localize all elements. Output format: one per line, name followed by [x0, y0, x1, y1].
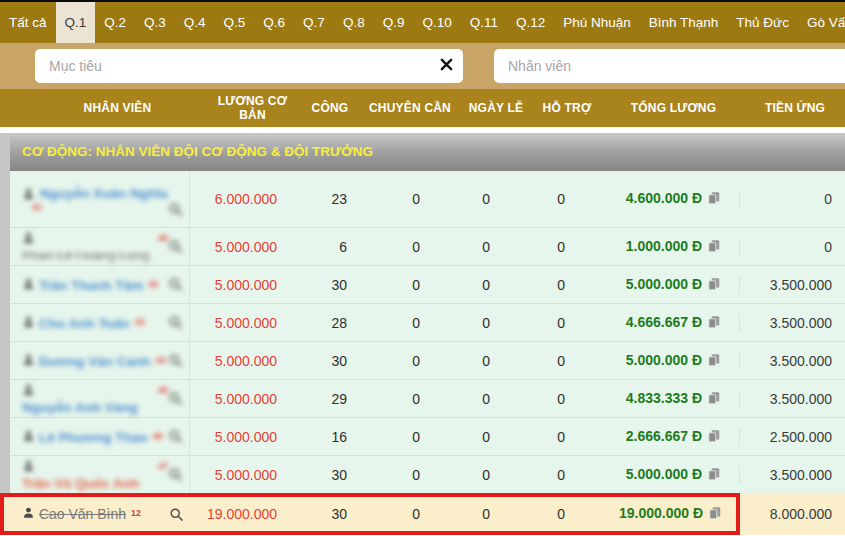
magnifier-icon[interactable] — [168, 353, 183, 368]
employee-cell[interactable]: Dương Văn Cảnh 44 — [10, 342, 190, 379]
employee-cell[interactable]: Trần Thanh Tâm 42 — [10, 266, 190, 303]
tab-7[interactable]: Q.7 — [294, 2, 334, 43]
tab-5[interactable]: Q.5 — [215, 2, 255, 43]
tab-8[interactable]: Q.8 — [334, 2, 374, 43]
employee-name[interactable]: Lê Phương Thảo — [39, 430, 148, 445]
tab-2[interactable]: Q.2 — [95, 2, 135, 43]
diligence-value: 0 — [352, 391, 427, 407]
magnifier-icon[interactable] — [168, 277, 183, 292]
person-icon — [22, 429, 35, 442]
table-row[interactable]: Trần Vũ Quốc Anh 47 5.000.000 30 0 0 0 5… — [10, 455, 845, 493]
table-header-row: NHÂN VIÊNLƯƠNG CƠ BẢNCÔNGCHUYÊN CẦNNGÀY … — [0, 89, 845, 127]
employee-badge: 45 — [158, 233, 168, 243]
work-days-value: 30 — [290, 506, 352, 522]
tab-label: Q.1 — [65, 15, 87, 30]
table-row[interactable]: Lê Phương Thảo 46 5.000.000 16 0 0 0 2.6… — [10, 417, 845, 455]
tab-4[interactable]: Q.4 — [175, 2, 215, 43]
employee-name[interactable]: Trần Vũ Quốc Anh — [22, 476, 139, 491]
employee-cell[interactable]: Nguyễn Anh Vàng 40 — [10, 380, 190, 417]
magnifier-icon[interactable] — [168, 239, 183, 254]
tab-9[interactable]: Q.9 — [374, 2, 414, 43]
tab-16[interactable]: Gò Vấp — [798, 2, 845, 43]
tab-3[interactable]: Q.3 — [135, 2, 175, 43]
tab-6[interactable]: Q.6 — [254, 2, 294, 43]
support-value: 0 — [500, 239, 570, 255]
employee-name[interactable]: Phan Lê Hoàng Long — [22, 248, 150, 263]
table-row[interactable]: Nguyễn Xuân Nghĩa 41 6.000.000 23 0 0 0 … — [10, 171, 845, 227]
employee-filter-input[interactable] — [494, 49, 845, 83]
work-days-value: 6 — [290, 239, 352, 255]
support-value: 0 — [500, 315, 570, 331]
tab-label: Q.2 — [104, 15, 126, 30]
employee-cell[interactable]: Lê Phương Thảo 46 — [10, 418, 190, 455]
support-value: 0 — [500, 353, 570, 369]
holiday-value: 0 — [427, 506, 500, 522]
magnifier-icon[interactable] — [168, 467, 183, 482]
section-title: CƠ ĐỘNG: NHÂN VIÊN ĐỘI CƠ ĐỘNG & ĐỘI TRƯ… — [22, 144, 373, 159]
employee-name[interactable]: Trần Thanh Tâm — [39, 278, 143, 293]
total-salary-value: 4.833.333 Đ — [626, 390, 702, 406]
table-row[interactable]: Chu Anh Tuấn 43 5.000.000 28 0 0 0 4.666… — [10, 303, 845, 341]
copy-icon[interactable] — [707, 315, 721, 332]
holiday-value: 0 — [427, 191, 500, 207]
close-icon — [440, 58, 453, 74]
copy-icon[interactable] — [707, 429, 721, 446]
tab-0[interactable]: Tất cả — [0, 2, 56, 43]
person-icon — [22, 459, 35, 472]
magnifier-icon[interactable] — [168, 315, 183, 330]
table-row[interactable]: Cao Văn Bình 12 19.000.000 30 0 0 0 19.0… — [0, 493, 845, 535]
table-row[interactable]: Dương Văn Cảnh 44 5.000.000 30 0 0 0 5.0… — [10, 341, 845, 379]
employee-cell[interactable]: Cao Văn Bình 12 — [0, 493, 190, 535]
tab-label: Tất cả — [9, 15, 47, 30]
tab-1[interactable]: Q.1 — [56, 2, 96, 43]
tab-label: Q.11 — [470, 15, 498, 30]
work-days-value: 30 — [290, 277, 352, 293]
tab-13[interactable]: Phú Nhuận — [554, 2, 640, 43]
employee-cell[interactable]: Chu Anh Tuấn 43 — [10, 304, 190, 341]
tab-label: Q.3 — [144, 15, 166, 30]
tab-14[interactable]: Bình Thạnh — [640, 2, 728, 43]
employee-name[interactable]: Dương Văn Cảnh — [39, 354, 151, 369]
tab-10[interactable]: Q.10 — [413, 2, 460, 43]
employee-name[interactable]: Cao Văn Bình — [39, 506, 126, 522]
magnifier-icon[interactable] — [168, 202, 183, 217]
clear-filter-button[interactable] — [437, 57, 455, 75]
magnifier-icon[interactable] — [168, 391, 183, 406]
employee-cell[interactable]: Trần Vũ Quốc Anh 47 — [10, 456, 190, 493]
employee-name[interactable]: Nguyễn Xuân Nghĩa — [40, 186, 168, 201]
left-scrollbar-track[interactable] — [0, 133, 10, 499]
tab-12[interactable]: Q.12 — [507, 2, 554, 43]
work-days-value: 23 — [290, 191, 352, 207]
base-salary-value: 19.000.000 — [190, 506, 290, 522]
advance-value: 0 — [740, 239, 845, 255]
total-salary-value: 4.600.000 Đ — [626, 190, 702, 206]
copy-icon[interactable] — [707, 277, 721, 294]
copy-icon[interactable] — [707, 191, 721, 208]
tab-11[interactable]: Q.11 — [461, 2, 507, 43]
table-row[interactable]: Trần Thanh Tâm 42 5.000.000 30 0 0 0 5.0… — [10, 265, 845, 303]
support-value: 0 — [500, 391, 570, 407]
table-row[interactable]: Phan Lê Hoàng Long 45 5.000.000 6 0 0 0 … — [10, 227, 845, 265]
target-filter-input[interactable] — [35, 49, 463, 83]
employee-cell[interactable]: Nguyễn Xuân Nghĩa 41 — [10, 171, 190, 227]
employee-badge: 47 — [158, 461, 168, 471]
table-body: CƠ ĐỘNG: NHÂN VIÊN ĐỘI CƠ ĐỘNG & ĐỘI TRƯ… — [0, 133, 845, 535]
employee-name[interactable]: Nguyễn Anh Vàng — [22, 400, 138, 415]
employee-name[interactable]: Chu Anh Tuấn — [39, 316, 130, 331]
magnifier-icon[interactable] — [169, 507, 184, 522]
table-row[interactable]: Nguyễn Anh Vàng 40 5.000.000 29 0 0 0 4.… — [10, 379, 845, 417]
total-salary-value: 5.000.000 Đ — [626, 276, 702, 292]
magnifier-icon[interactable] — [168, 429, 183, 444]
tab-label: Q.7 — [303, 15, 325, 30]
copy-icon[interactable] — [707, 391, 721, 408]
copy-icon[interactable] — [707, 353, 721, 370]
column-header: NGÀY LỄ — [460, 101, 532, 115]
copy-icon[interactable] — [708, 506, 722, 523]
advance-value: 3.500.000 — [740, 315, 845, 331]
copy-icon[interactable] — [707, 239, 721, 256]
total-salary-value: 5.000.000 Đ — [626, 466, 702, 482]
copy-icon[interactable] — [707, 467, 721, 484]
work-days-value: 30 — [290, 353, 352, 369]
employee-cell[interactable]: Phan Lê Hoàng Long 45 — [10, 228, 190, 265]
tab-15[interactable]: Thủ Đức — [727, 2, 798, 43]
